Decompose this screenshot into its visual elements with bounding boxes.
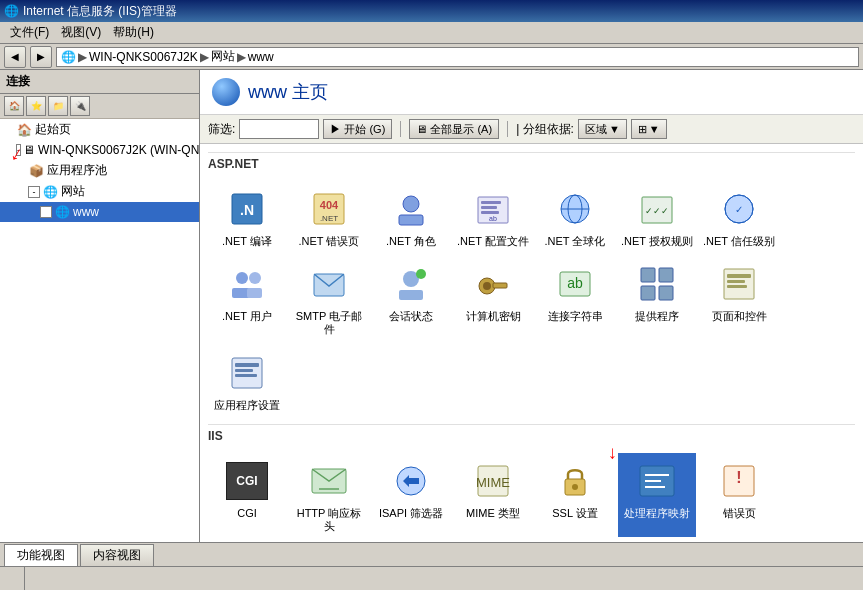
icon-req-filter[interactable]: 请求筛选	[454, 541, 532, 542]
server-expand[interactable]: -	[16, 144, 21, 156]
icon-connstr[interactable]: ab 连接字符串	[536, 256, 614, 340]
menu-view[interactable]: 视图(V)	[55, 22, 107, 43]
svg-rect-30	[493, 283, 507, 288]
icon-net-global[interactable]: .NET 全球化	[536, 181, 614, 252]
cgi-icon: CGI	[223, 457, 271, 505]
menu-file[interactable]: 文件(F)	[4, 22, 55, 43]
status-bar	[0, 566, 863, 590]
icon-output[interactable]: 输出缓存	[700, 541, 778, 542]
svg-point-29	[483, 282, 491, 290]
handler-label: 处理程序映射	[624, 507, 690, 520]
tree-item-www[interactable]: + 🌐 www	[0, 202, 199, 222]
tree-item-start[interactable]: 🏠 起始页	[0, 119, 199, 140]
view-btn[interactable]: ⊞ ▼	[631, 119, 667, 139]
net-role-label: .NET 角色	[386, 235, 436, 248]
svg-text:ab: ab	[567, 275, 583, 291]
icon-session[interactable]: 会话状态	[372, 256, 450, 340]
path-server: WIN-QNKS0067J2K	[89, 50, 198, 64]
sidebar-folder-btn[interactable]: 📁	[48, 96, 68, 116]
icon-net-config[interactable]: ab .NET 配置文件	[454, 181, 532, 252]
back-button[interactable]: ◀	[4, 46, 26, 68]
tree-item-server[interactable]: - 🖥 WIN-QNKS0067J2K (WIN-QNKS…	[0, 140, 199, 160]
machinekey-icon	[469, 260, 517, 308]
page-globe-icon	[212, 78, 240, 106]
cgi-label: CGI	[237, 507, 257, 520]
start-icon: 🏠	[16, 122, 32, 138]
svg-rect-35	[641, 286, 655, 300]
group-btn[interactable]: 区域 ▼	[578, 119, 627, 139]
icon-module[interactable]: 模块	[208, 541, 286, 542]
icon-smtp[interactable]: SMTP 电子邮件	[290, 256, 368, 340]
server-label: WIN-QNKS0067J2K (WIN-QNKS…	[38, 143, 200, 157]
net-auth-label: .NET 授权规则	[621, 235, 693, 248]
icon-dir-browse[interactable]: 目录浏览	[372, 541, 450, 542]
svg-rect-34	[659, 268, 673, 282]
http-resp-icon	[305, 457, 353, 505]
iis-icons-grid: CGI CGI HTTP 响应标头 ISAPI 筛选器	[208, 453, 855, 542]
icon-default-doc[interactable]: ✓ 默认文档	[290, 541, 368, 542]
divider2	[507, 121, 508, 137]
sidebar-toolbar: 🏠 ⭐ 📁 🔌	[0, 94, 199, 119]
svg-point-20	[236, 272, 248, 284]
pages-label: 页面和控件	[712, 310, 767, 323]
icon-isapi[interactable]: ISAPI 筛选器	[372, 453, 450, 537]
icon-net-auth[interactable]: ✓✓✓ .NET 授权规则	[618, 181, 696, 252]
icon-machinekey[interactable]: 计算机密钥	[454, 256, 532, 340]
apppool-icon: 📦	[28, 163, 44, 179]
svg-rect-10	[481, 211, 499, 214]
www-expand[interactable]: +	[40, 206, 52, 218]
sites-icon: 🌐	[42, 184, 58, 200]
tree-item-apppool[interactable]: 📦 应用程序池	[0, 160, 199, 181]
icon-pages[interactable]: 页面和控件	[700, 256, 778, 340]
filter-input[interactable]	[239, 119, 319, 139]
net-user-icon	[223, 260, 271, 308]
sidebar-connect-btn[interactable]: 🔌	[70, 96, 90, 116]
icon-net-role[interactable]: .NET 角色	[372, 181, 450, 252]
dropdown-icon: ▼	[609, 123, 620, 135]
tab-function[interactable]: 功能视图	[4, 544, 78, 566]
tree-item-sites[interactable]: - 🌐 网站	[0, 181, 199, 202]
icon-net-trust[interactable]: ✓ .NET 信任级别	[700, 181, 778, 252]
icon-provider[interactable]: 提供程序	[618, 256, 696, 340]
net-trust-label: .NET 信任级别	[703, 235, 775, 248]
appset-label: 应用程序设置	[214, 399, 280, 412]
icon-http-resp[interactable]: HTTP 响应标头	[290, 453, 368, 537]
svg-point-51	[572, 484, 578, 490]
icon-net-error[interactable]: 404.NET .NET 错误页	[290, 181, 368, 252]
sidebar-home-btn[interactable]: 🏠	[4, 96, 24, 116]
svg-rect-44	[235, 374, 257, 377]
sidebar-star-btn[interactable]: ⭐	[26, 96, 46, 116]
icon-net-user[interactable]: .NET 用户	[208, 256, 286, 340]
start-btn[interactable]: ▶ 开始 (G)	[323, 119, 392, 139]
svg-rect-9	[481, 206, 497, 209]
svg-point-27	[416, 269, 426, 279]
isapi-icon	[387, 457, 435, 505]
icon-ssl[interactable]: SSL 设置	[536, 453, 614, 537]
icon-errorpage[interactable]: ! 错误页	[700, 453, 778, 537]
net-user-label: .NET 用户	[222, 310, 272, 323]
svg-rect-33	[641, 268, 655, 282]
www-icon: 🌐	[54, 204, 70, 220]
provider-icon	[633, 260, 681, 308]
mime-icon: MIME	[469, 457, 517, 505]
icon-handler[interactable]: 处理程序映射	[618, 453, 696, 537]
svg-rect-41	[232, 358, 262, 388]
provider-label: 提供程序	[635, 310, 679, 323]
icon-net-compile[interactable]: .N .NET 编译	[208, 181, 286, 252]
tree-item-www-container: + 🌐 www ↓	[0, 202, 199, 222]
svg-rect-42	[235, 363, 259, 367]
tab-content[interactable]: 内容视图	[80, 544, 154, 566]
menu-help[interactable]: 帮助(H)	[107, 22, 160, 43]
show-all-btn[interactable]: 🖥 全部显示 (A)	[409, 119, 499, 139]
address-path[interactable]: 🌐 ▶ WIN-QNKS0067J2K ▶ 网站 ▶ www	[56, 47, 859, 67]
icon-auth[interactable]: 身份验证	[618, 541, 696, 542]
net-config-icon: ab	[469, 185, 517, 233]
icon-cgi[interactable]: CGI CGI	[208, 453, 286, 537]
sites-expand[interactable]: -	[28, 186, 40, 198]
icon-mime[interactable]: MIME MIME 类型	[454, 453, 532, 537]
icon-appset[interactable]: 应用程序设置	[208, 345, 286, 416]
svg-text:.N: .N	[240, 202, 254, 218]
main-layout: 连接 🏠 ⭐ 📁 🔌 🏠 起始页 - 🖥 WIN-QNKS0067J2K (WI…	[0, 70, 863, 542]
forward-button[interactable]: ▶	[30, 46, 52, 68]
icon-logging[interactable]: 日志	[536, 541, 614, 542]
